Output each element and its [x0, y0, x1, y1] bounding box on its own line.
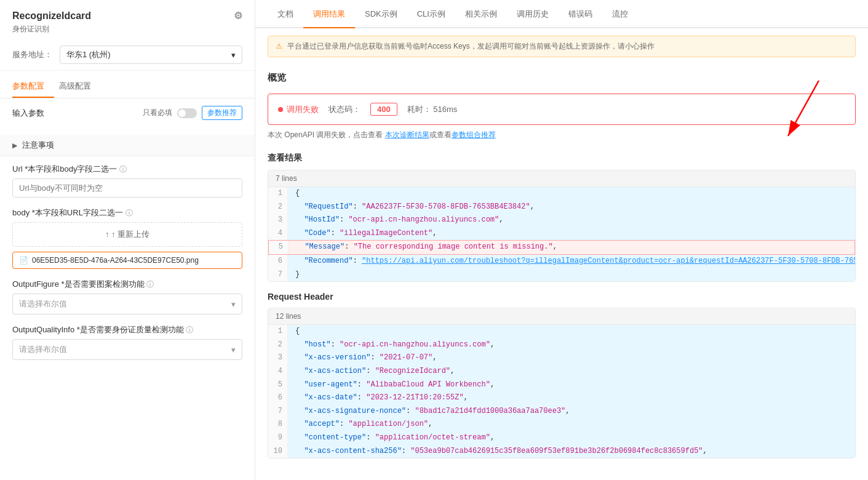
header-line-4: 4 "x-acs-action": "RecognizeIdcard",	[268, 365, 855, 378]
status-fail-text: 调用失败	[287, 104, 319, 115]
result-code-block: 7 lines 1 { 2 "RequestId": "AA26237F-5F3…	[268, 170, 856, 282]
body-label: body *本字段和URL字段二选一 ⓘ	[12, 207, 242, 218]
upload-icon: ↑	[105, 230, 109, 239]
code-line-1: 1 {	[268, 187, 855, 201]
params-recommend-btn[interactable]: 参数推荐	[202, 106, 242, 120]
url-label: Url *本字段和body字段二选一 ⓘ	[12, 164, 242, 175]
config-tabs: 参数配置 高级配置	[0, 71, 255, 98]
output-figure-select[interactable]: 请选择布尔值 ▾	[12, 294, 242, 314]
output-quality-label: OutputQualityInfo *是否需要身份证质量检测功能 ⓘ	[12, 324, 242, 335]
url-input[interactable]	[12, 178, 242, 198]
file-name: 06E5ED35-8E5D-476a-A264-43C5DE97CE50.png	[32, 256, 236, 265]
header-code-body: 1 { 2 "host": "ocr-api.cn-hangzhou.aliyu…	[268, 325, 855, 458]
output-figure-group: OutputFigure *是否需要图案检测功能 ⓘ 请选择布尔值 ▾	[12, 279, 242, 314]
alert-text: 平台通过已登录用户信息获取当前账号临时Access Keys，发起调用可能对当前…	[287, 41, 655, 52]
alert-icon: ⚠	[276, 42, 282, 50]
output-quality-placeholder: 请选择布尔值	[19, 344, 67, 355]
error-link2[interactable]: 参数组合推荐	[452, 130, 496, 139]
header-line-7: 7 "x-acs-signature-nonce": "8bad1c7a21d4…	[268, 405, 855, 418]
service-value: 华东1 (杭州)	[66, 49, 111, 60]
params-label: 输入参数	[12, 108, 44, 119]
params-header: 输入参数 只看必填 参数推荐	[12, 106, 242, 120]
left-panel: RecognizeIdcard ⚙ 身份证识别 服务地址： 华东1 (杭州) ▾…	[0, 0, 255, 480]
error-hint: 本次 OpenAPI 调用失败，点击查看 本次诊断结果或查看参数组合推荐	[268, 130, 856, 140]
code-header-lines: 7 lines	[268, 170, 855, 187]
right-tabs: 文档 调用结果 SDK示例 CLI示例 相关示例 调用历史 错误码 流控	[255, 0, 868, 28]
output-quality-select[interactable]: 请选择布尔值 ▾	[12, 339, 242, 360]
code-line-5: 5 "Message": "The corresponding image co…	[268, 240, 855, 255]
error-hint-text: 本次 OpenAPI 调用失败，点击查看	[268, 130, 383, 139]
status-time: 耗时： 516ms	[407, 104, 458, 115]
params-controls: 只看必填 参数推荐	[143, 106, 242, 120]
file-item: 📄 06E5ED35-8E5D-476a-A264-43C5DE97CE50.p…	[12, 252, 242, 269]
recommend-link[interactable]: "https://api.aliyun.com/troubleshoot?q=i…	[362, 257, 855, 265]
settings-icon[interactable]: ⚙	[234, 10, 242, 22]
only-required-toggle[interactable]	[177, 108, 197, 118]
url-field-group: Url *本字段和body字段二选一 ⓘ	[12, 164, 242, 198]
status-fail: 调用失败	[278, 104, 319, 115]
header-line-10: 10 "x-acs-content-sha256": "053ea9b07cab…	[268, 445, 855, 458]
tab-history[interactable]: 调用历史	[507, 0, 559, 27]
code-line-4: 4 "Code": "illegalImageContent",	[268, 227, 855, 241]
header-line-6: 6 "x-acs-date": "2023-12-21T10:20:55Z",	[268, 391, 855, 405]
tab-flow[interactable]: 流控	[602, 0, 638, 27]
service-row: 服务地址： 华东1 (杭州) ▾	[0, 39, 255, 71]
tab-params[interactable]: 参数配置	[12, 76, 54, 98]
header-line-1: 1 {	[268, 325, 855, 338]
service-label: 服务地址：	[12, 49, 52, 60]
header-lines-label: 12 lines	[268, 308, 855, 325]
chevron-down-icon-2: ▾	[231, 300, 236, 309]
tab-advanced[interactable]: 高级配置	[59, 76, 101, 98]
chevron-down-icon: ▾	[231, 50, 236, 60]
code-line-3: 3 "HostId": "ocr-api.cn-hangzhou.aliyunc…	[268, 214, 855, 227]
tab-errors[interactable]: 错误码	[559, 0, 602, 27]
tab-cli[interactable]: CLI示例	[407, 0, 455, 27]
status-dot	[278, 107, 283, 112]
error-link1[interactable]: 本次诊断结果	[385, 130, 429, 139]
tab-docs[interactable]: 文档	[268, 0, 303, 27]
output-figure-label-text: OutputFigure *是否需要图案检测功能	[12, 279, 145, 289]
output-figure-placeholder: 请选择布尔值	[19, 298, 67, 310]
upload-label: ↑ 重新上传	[111, 230, 149, 239]
header-line-9: 9 "content-type": "application/octet-str…	[268, 431, 855, 445]
chevron-down-icon-3: ▾	[231, 345, 236, 354]
app-title: RecognizeIdcard ⚙	[12, 10, 242, 22]
header-code-block: 12 lines 1 { 2 "host": "ocr-api.cn-hangz…	[268, 308, 856, 458]
only-required-label: 只看必填	[143, 108, 172, 118]
service-select[interactable]: 华东1 (杭州) ▾	[60, 46, 242, 64]
form-section: Url *本字段和body字段二选一 ⓘ body *本字段和URL字段二选一 …	[0, 156, 255, 377]
status-code-label: 状态码：	[328, 104, 360, 115]
header-line-3: 3 "x-acs-version": "2021-07-07",	[268, 351, 855, 365]
header-line-5: 5 "user-agent": "AlibabaCloud API Workbe…	[268, 378, 855, 392]
notice-arrow-icon: ▶	[12, 142, 17, 150]
code-line-7: 7 }	[268, 268, 855, 282]
title-text: RecognizeIdcard	[12, 10, 91, 22]
code-line-6: 6 "Recommend": "https://api.aliyun.com/t…	[268, 255, 855, 268]
header-line-2: 2 "host": "ocr-api.cn-hangzhou.aliyuncs.…	[268, 338, 855, 352]
tab-related[interactable]: 相关示例	[455, 0, 507, 27]
file-icon: 📄	[19, 256, 28, 265]
alert-banner: ⚠ 平台通过已登录用户信息获取当前账号临时Access Keys，发起调用可能对…	[268, 36, 856, 57]
notice-row[interactable]: ▶ 注意事项	[0, 135, 255, 156]
subtitle-text: 身份证识别	[12, 24, 242, 34]
body-field-group: body *本字段和URL字段二选一 ⓘ ↑ ↑ 重新上传 📄 06E5ED35…	[12, 207, 242, 269]
tab-sdk[interactable]: SDK示例	[355, 0, 407, 27]
output-quality-label-text: OutputQualityInfo *是否需要身份证质量检测功能	[12, 325, 184, 334]
tab-result[interactable]: 调用结果	[303, 0, 355, 28]
upload-area[interactable]: ↑ ↑ 重新上传	[12, 222, 242, 247]
params-section: 输入参数 只看必填 参数推荐	[0, 98, 255, 135]
output-quality-group: OutputQualityInfo *是否需要身份证质量检测功能 ⓘ 请选择布尔…	[12, 324, 242, 360]
left-header: RecognizeIdcard ⚙ 身份证识别	[0, 0, 255, 39]
right-panel: 文档 调用结果 SDK示例 CLI示例 相关示例 调用历史 错误码 流控 ⚠ 平…	[255, 0, 868, 480]
notice-text: 注意事项	[22, 140, 54, 151]
url-label-text: Url *本字段和body字段二选一	[12, 164, 117, 174]
status-code-value: 400	[370, 103, 397, 116]
body-label-text: body *本字段和URL字段二选一	[12, 208, 123, 217]
overview-title: 概览	[255, 65, 868, 89]
code-line-2: 2 "RequestId": "AA26237F-5F30-5708-8FDB-…	[268, 201, 855, 214]
status-box: 调用失败 状态码： 400 耗时： 516ms	[268, 94, 856, 125]
code-body: 1 { 2 "RequestId": "AA26237F-5F30-5708-8…	[268, 187, 855, 281]
output-figure-label: OutputFigure *是否需要图案检测功能 ⓘ	[12, 279, 242, 290]
header-line-8: 8 "accept": "application/json",	[268, 418, 855, 431]
result-title: 查看结果	[255, 145, 868, 167]
